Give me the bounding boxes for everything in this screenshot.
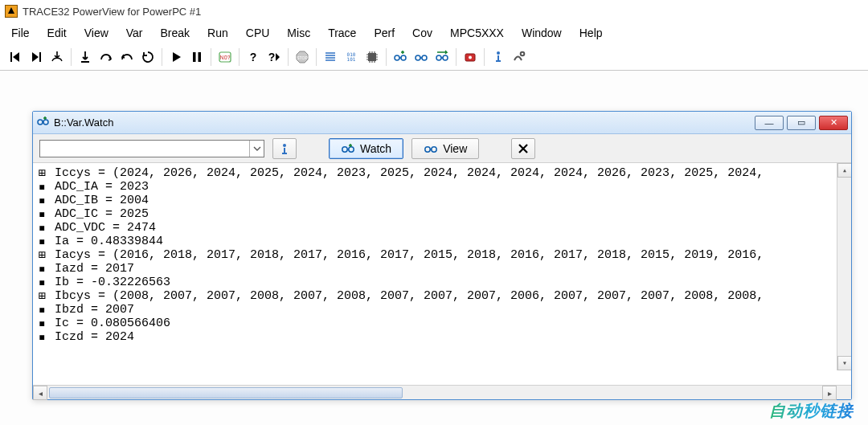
window-maximize-button[interactable]: ▭ [787,116,816,130]
bullet-icon: ▪ [36,330,47,344]
svg-point-31 [425,146,430,151]
info-button[interactable] [489,48,507,66]
bullet-icon: ▪ [36,194,47,207]
list-button[interactable] [321,48,339,66]
watch-row-text: Iacys = (2016, 2018, 2017, 2018, 2017, 2… [47,248,850,262]
watch-row-text: Ic = 0.080566406 [47,317,850,330]
scroll-left-icon[interactable]: ◂ [33,386,47,400]
watch-mode-watch-button[interactable]: Watch [329,138,403,159]
watch-row-ADC_VDC[interactable]: ▪ ADC_VDC = 2474 [36,221,850,235]
watermark-text: 自动秒链接 [769,400,854,422]
svg-rect-0 [81,61,89,63]
step-into-button[interactable] [76,48,94,66]
step-return-button[interactable] [118,48,136,66]
menu-cpu[interactable]: CPU [238,25,278,41]
binary-button[interactable]: 010101 [342,48,360,66]
svg-point-15 [422,55,427,60]
watch-mode-view-label: View [443,142,467,155]
watch-stream-button[interactable] [433,48,451,66]
svg-point-32 [432,146,436,151]
watch-row-Ib[interactable]: ▪ Ib = -0.32226563 [36,276,850,289]
watch-mode-view-button[interactable]: View [411,138,479,159]
watch-row-text: ADC_IC = 2025 [47,207,850,221]
toolbar-separator [456,48,457,66]
var-watch-titlebar[interactable]: B::Var.Watch — ▭ ✕ [33,112,851,134]
window-close-button[interactable]: ✕ [819,116,848,130]
watch-row-ADC_IB[interactable]: ▪ ADC_IB = 2004 [36,194,850,207]
svg-point-12 [395,55,399,60]
pause-button[interactable] [188,48,206,66]
chip-button[interactable] [363,48,381,66]
toggle-breakpoint-button[interactable]: N0? [216,48,234,66]
watch-row-Ibcys[interactable]: ⊞ Ibcys = (2008, 2007, 2007, 2008, 2007,… [36,289,850,303]
watch-expression-combo[interactable] [39,140,264,157]
menu-var[interactable]: Var [118,25,151,41]
menu-mpc5xxx[interactable]: MPC5XXX [442,25,512,41]
menu-break[interactable]: Break [153,25,199,41]
svg-point-19 [469,55,472,59]
bullet-icon: ▪ [36,317,47,330]
window-minimize-button[interactable]: — [755,116,784,130]
scroll-thumb[interactable] [49,387,403,398]
toolbar-separator [162,48,162,66]
svg-point-16 [436,55,441,60]
watch-row-Iacys[interactable]: ⊞ Iacys = (2016, 2018, 2017, 2018, 2017,… [36,248,850,262]
menu-help[interactable]: Help [571,25,611,41]
main-toolbar: N0???STOP010101 [0,43,868,71]
var-watch-window: B::Var.Watch — ▭ ✕ Watch [32,111,852,400]
step-cursor-button[interactable] [48,48,66,66]
step-back-to-start-button[interactable] [6,48,24,66]
var-watch-body[interactable]: ⊞ Iccys = (2024, 2026, 2024, 2025, 2024,… [33,163,851,385]
stop-button[interactable]: STOP [293,48,311,66]
watch-row-Ic[interactable]: ▪ Ic = 0.080566406 [36,317,850,330]
chevron-down-icon[interactable] [249,141,264,157]
menu-file[interactable]: File [3,25,38,41]
expand-icon[interactable]: ⊞ [36,248,47,262]
svg-point-30 [349,146,354,151]
menu-perf[interactable]: Perf [366,25,403,41]
menu-edit[interactable]: Edit [39,25,75,41]
toolbar-separator [316,48,317,66]
watch-row-ADC_IA[interactable]: ▪ ADC_IA = 2023 [36,180,850,194]
horizontal-scrollbar[interactable]: ◂ ▸ [33,385,851,399]
scroll-right-icon[interactable]: ▸ [822,386,837,400]
watch-row-Iazd[interactable]: ▪ Iazd = 2017 [36,262,850,276]
menu-window[interactable]: Window [514,25,570,41]
watch-row-ADC_IC[interactable]: ▪ ADC_IC = 2025 [36,207,850,221]
expand-icon[interactable]: ⊞ [36,166,47,180]
step-over-button[interactable] [97,48,115,66]
watch-mode-watch-label: Watch [360,142,391,155]
menu-cov[interactable]: Cov [404,25,440,41]
watch-delete-button[interactable] [511,138,535,159]
watch-row-text: Iccys = (2024, 2026, 2024, 2025, 2024, 2… [47,166,850,180]
menu-misc[interactable]: Misc [279,25,318,41]
run-button[interactable] [167,48,185,66]
expand-icon[interactable]: ⊞ [36,289,47,303]
watch-row-Ibzd[interactable]: ▪ Ibzd = 2007 [36,303,850,317]
watch-row-Iczd[interactable]: ▪ Iczd = 2024 [36,330,850,344]
watch-row-text: Ia = 0.48339844 [47,235,850,248]
menu-run[interactable]: Run [199,25,236,41]
step-back-button[interactable] [27,48,45,66]
record-button[interactable] [461,48,479,66]
help-button[interactable]: ? [244,48,262,66]
settings-button[interactable] [510,48,528,66]
watch-row-Ia[interactable]: ▪ Ia = 0.48339844 [36,235,850,248]
menu-trace[interactable]: Trace [320,25,364,41]
watch-row-text: ADC_VDC = 2474 [47,221,850,235]
toolbar-separator [71,48,72,66]
watch-info-button[interactable] [272,138,297,159]
watch-row-Iccys[interactable]: ⊞ Iccys = (2024, 2026, 2024, 2025, 2024,… [36,166,850,180]
watch-add-button[interactable] [391,48,409,66]
svg-point-25 [43,120,48,125]
svg-point-29 [342,146,347,151]
scroll-up-icon[interactable]: ▴ [837,163,851,178]
svg-rect-20 [497,51,500,55]
context-help-button[interactable]: ? [265,48,283,66]
menu-view[interactable]: View [76,25,117,41]
restart-button[interactable] [139,48,157,66]
watch-row-text: Iczd = 2024 [47,330,850,344]
vertical-scrollbar[interactable]: ▴ ▾ [837,163,851,370]
scroll-down-icon[interactable]: ▾ [837,356,851,370]
watch-view-button[interactable] [412,48,430,66]
